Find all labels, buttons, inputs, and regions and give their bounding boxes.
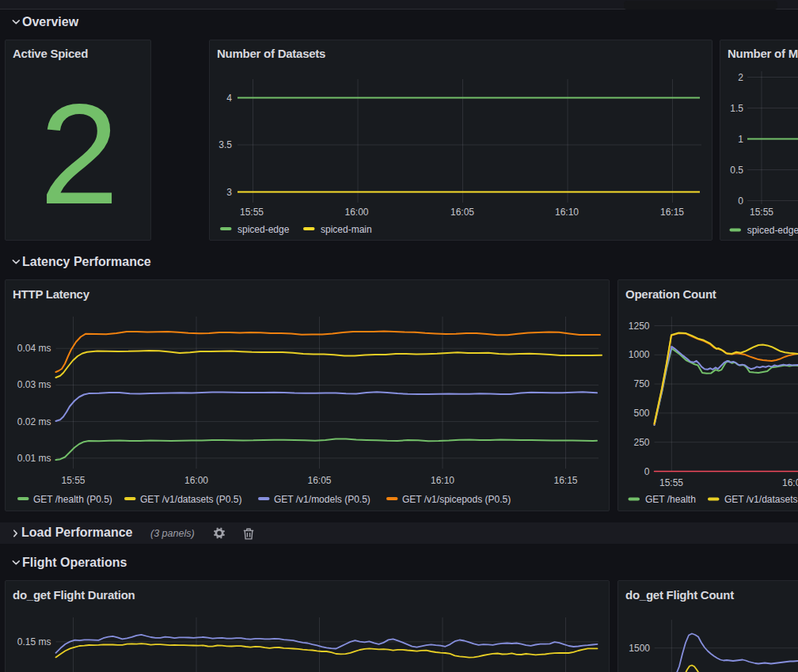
svg-text:1.5: 1.5 (730, 103, 743, 114)
svg-text:16:10: 16:10 (555, 207, 579, 218)
svg-text:250: 250 (633, 437, 649, 448)
svg-text:16:05: 16:05 (307, 475, 331, 486)
svg-text:16:10: 16:10 (431, 475, 454, 486)
svg-text:1250: 1250 (629, 321, 650, 332)
svg-text:3.5: 3.5 (218, 139, 232, 150)
svg-text:15:55: 15:55 (61, 475, 85, 486)
svg-text:16:15: 16:15 (553, 475, 577, 486)
svg-text:0.15 ms: 0.15 ms (17, 636, 51, 647)
svg-text:spiced-main: spiced-main (321, 224, 372, 235)
svg-text:3: 3 (226, 187, 232, 198)
svg-text:GET /v1/spicepods (P0.5): GET /v1/spicepods (P0.5) (402, 494, 511, 505)
svg-text:0.01 ms: 0.01 ms (17, 453, 51, 464)
svg-text:1500: 1500 (629, 643, 650, 654)
svg-text:15:55: 15:55 (240, 207, 264, 218)
svg-text:16:00: 16:00 (344, 207, 368, 218)
svg-text:0: 0 (644, 466, 650, 477)
svg-text:1000: 1000 (629, 349, 650, 360)
svg-text:0.04 ms: 0.04 ms (17, 343, 51, 354)
svg-text:16:15: 16:15 (660, 207, 684, 218)
svg-text:750: 750 (633, 378, 649, 389)
svg-text:GET /v1/datasets: GET /v1/datasets (724, 494, 798, 505)
svg-text:GET /v1/models (P0.5): GET /v1/models (P0.5) (274, 494, 370, 505)
svg-text:GET /health: GET /health (645, 494, 696, 505)
svg-text:spiced-edge: spiced-edge (238, 224, 290, 235)
svg-text:1: 1 (738, 134, 743, 145)
svg-text:16:05: 16:05 (450, 207, 474, 218)
svg-text:15:55: 15:55 (750, 207, 773, 218)
svg-text:0: 0 (738, 196, 743, 207)
svg-text:2: 2 (738, 72, 743, 83)
svg-text:16:00: 16:00 (782, 477, 798, 488)
svg-text:4: 4 (226, 93, 232, 104)
svg-text:0.5: 0.5 (730, 165, 743, 176)
svg-text:15:55: 15:55 (659, 477, 683, 488)
svg-text:16:00: 16:00 (184, 475, 208, 486)
svg-text:0.02 ms: 0.02 ms (17, 416, 51, 427)
svg-text:GET /v1/datasets (P0.5): GET /v1/datasets (P0.5) (140, 494, 242, 505)
svg-text:0.03 ms: 0.03 ms (17, 379, 51, 390)
svg-text:GET /health (P0.5): GET /health (P0.5) (33, 494, 112, 505)
svg-text:spiced-edge: spiced-edge (747, 225, 798, 236)
svg-text:500: 500 (633, 408, 649, 419)
